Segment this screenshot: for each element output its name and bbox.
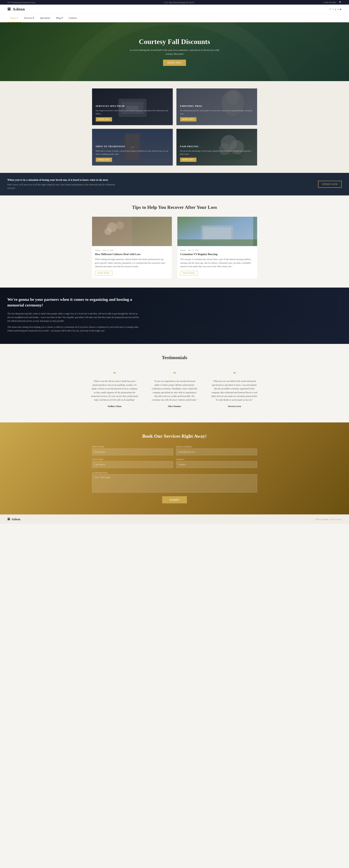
blog-card-1: Admin July 14, 2016 How Different Cultur… (92, 217, 172, 278)
service-title-4: FAIR PRICING (180, 145, 253, 148)
service-btn-2[interactable]: MORE INFO (180, 117, 196, 122)
service-text-4: We never take advantage of your tragic s… (180, 149, 253, 155)
cta-text: When you're in a situation of losing you… (7, 178, 117, 190)
service-card-2: EMPATHIC PROS We understand just how muc… (177, 89, 257, 125)
logo-icon: 🏛 (7, 7, 11, 11)
blog-image-2 (177, 217, 257, 246)
service-content-2: EMPATHIC PROS We understand just how muc… (177, 101, 257, 125)
service-btn-1[interactable]: MORE INFO (96, 117, 112, 122)
footer-privacy-link[interactable]: Privacy Policy (330, 518, 342, 521)
submit-center: SUBMIT (92, 496, 257, 503)
submit-button[interactable]: SUBMIT (162, 496, 187, 503)
footer-logo-text: Ashton (11, 518, 20, 521)
footer: 🏛 Ashton 2016 (c) Ashton Privacy Policy (0, 515, 349, 524)
testimonials-section: Testimonials ❝ "When I was hit with my s… (0, 344, 349, 422)
testimonial-3: ❝ "When my son was killed in the action … (207, 367, 262, 411)
firstname-input[interactable] (92, 448, 173, 455)
service-btn-3[interactable]: MORE INFO (96, 158, 112, 162)
googleplus-icon[interactable]: g (335, 8, 336, 11)
top-bar-left: 24/7 Professional Funeral Services (7, 1, 35, 3)
blog-section: Tips to Help You Recover After Your Loss (0, 195, 349, 287)
memorial-text-2: This means that starting from helping yo… (7, 325, 139, 333)
form-group-email: Email Address (176, 445, 257, 455)
service-title-1: SERVICES SPECTRUM (96, 104, 169, 107)
svg-rect-29 (253, 217, 257, 246)
lastname-label: Last Name (92, 458, 173, 460)
top-bar-address: 22 St. Black Road Raleigh, PA 34578 (164, 1, 194, 3)
nav-item-contacts[interactable]: Contacts (66, 14, 80, 22)
blog-title-1: How Different Cultures Deal with Loss (95, 253, 169, 256)
service-btn-4[interactable]: MORE INFO (180, 158, 196, 162)
message-label: Your Message (92, 472, 108, 474)
logo[interactable]: 🏛 Ashton (7, 7, 25, 11)
message-textarea[interactable] (92, 474, 257, 493)
blog-section-title: Tips to Help You Recover After Your Loss (7, 205, 342, 210)
hero-content: Courtesy Fall Discounts As we're enterin… (125, 34, 224, 69)
pinterest-icon[interactable]: p (338, 8, 339, 11)
form-row-1: First Name Email Address (92, 445, 257, 455)
nav-item-services[interactable]: Services ▾ (21, 14, 37, 22)
quote-icon-3: ❝ (211, 371, 258, 377)
nav-item-specialists[interactable]: Specialists (37, 14, 53, 22)
blog-card-2: Admin July 12, 2016 Cremation VS Regular… (177, 217, 257, 278)
header: 🏛 Ashton 𝕏 f g p ▶ (0, 5, 349, 14)
memorial-text-1: The first thing that typically comes to … (7, 312, 139, 323)
service-card-1: SERVICES SPECTRUM Our range of services … (92, 89, 173, 125)
twitter-icon[interactable]: 𝕏 (329, 8, 331, 11)
testimonials-title: Testimonials (7, 355, 342, 361)
service-content-4: FAIR PRICING We never take advantage of … (177, 141, 257, 165)
youtube-icon[interactable]: ▶ (340, 8, 342, 11)
services-section: SERVICES SPECTRUM Our range of services … (0, 81, 349, 173)
blog-grid: Admin July 14, 2016 How Different Cultur… (92, 217, 257, 278)
service-card-3: OPEN TO TRADITIONS With such a variety o… (92, 129, 173, 165)
cta-banner: When you're in a situation of losing you… (0, 173, 349, 195)
top-bar-phone: +1 800 559 6081 (322, 1, 336, 3)
testimonial-name-2: Alice Donner (151, 405, 198, 408)
blog-image-1 (92, 217, 172, 246)
testimonial-text-3: "When my son was killed in the action du… (211, 379, 258, 402)
form-row-2: Last Name Subject (92, 458, 257, 468)
search-icon[interactable]: 🔍 (339, 1, 342, 3)
testimonial-text-2: "It was very important to my recently de… (151, 379, 198, 402)
svg-rect-28 (177, 240, 257, 246)
lastname-input[interactable] (92, 461, 173, 468)
blog-author-1: Admin July 14, 2016 (95, 249, 169, 251)
blog-author-2: Admin July 12, 2016 (180, 249, 254, 251)
service-title-2: EMPATHIC PROS (180, 104, 253, 107)
blog-read-more-2[interactable]: READ MORE (180, 271, 198, 275)
nav-item-blog[interactable]: Blog ▾ (53, 14, 65, 22)
svg-rect-27 (203, 227, 231, 240)
blog-text-2: The concept of cremation has always been… (180, 258, 254, 268)
service-card-4: FAIR PRICING We never take advantage of … (177, 129, 257, 165)
service-content-1: SERVICES SPECTRUM Our range of services … (92, 101, 173, 125)
testimonial-1: ❝ "When I was hit with my sister's death… (88, 367, 142, 411)
svg-rect-23 (92, 217, 132, 246)
service-text-2: We understand just how much grief is in … (180, 109, 253, 115)
cta-title: When you're in a situation of losing you… (7, 178, 117, 182)
testimonial-text-1: "When I was hit with my sister's death l… (91, 379, 138, 402)
service-title-3: OPEN TO TRADITIONS (96, 145, 169, 148)
memorial-title: We're gonna be your partners when it com… (7, 297, 139, 308)
booking-title: Book Our Services Right Away! (7, 433, 342, 439)
cta-order-button[interactable]: ORDER NOW (318, 181, 342, 188)
services-grid: SERVICES SPECTRUM Our range of services … (92, 89, 257, 165)
memorial-content: We're gonna be your partners when it com… (0, 287, 147, 344)
footer-logo[interactable]: 🏛 Ashton (7, 518, 20, 521)
hero-cta-button[interactable]: MORE INFO (163, 60, 186, 66)
footer-copyright: 2016 (c) Ashton Privacy Policy (315, 518, 342, 521)
blog-read-more-1[interactable]: READ MORE (95, 271, 113, 275)
email-label: Email Address (176, 445, 257, 448)
testimonial-name-3: Steven Lewn (211, 405, 258, 408)
main-nav: Home ▾ Services ▾ Specialists Blog ▾ Con… (0, 14, 349, 22)
booking-form: First Name Email Address Last Name Subje… (92, 445, 257, 503)
footer-logo-icon: 🏛 (7, 518, 10, 521)
form-message-group: Your Message (92, 471, 257, 493)
svg-rect-24 (132, 217, 172, 246)
nav-item-home[interactable]: Home ▾ (7, 14, 21, 22)
testimonials-grid: ❝ "When I was hit with my sister's death… (88, 367, 262, 411)
subject-input[interactable] (176, 461, 257, 468)
email-input[interactable] (176, 448, 257, 455)
cta-desc: Don't worry, we'll assist you in all the… (7, 183, 117, 190)
logo-text: Ashton (12, 7, 25, 11)
facebook-icon[interactable]: f (333, 8, 334, 11)
